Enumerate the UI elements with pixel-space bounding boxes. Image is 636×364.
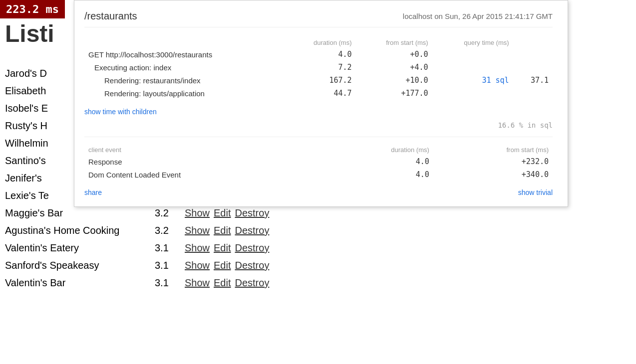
row-label: Rendering: layouts/application xyxy=(84,87,286,100)
client-col-event: client event xyxy=(84,145,323,155)
action-link-edit[interactable]: Edit xyxy=(214,277,231,288)
list-item: Agustina's Home Cooking3.2ShowEditDestro… xyxy=(5,222,273,239)
show-time-link[interactable]: show time with children xyxy=(84,108,157,116)
server-table-header-row: duration (ms) from start (ms) query time… xyxy=(84,37,553,48)
row-query-time xyxy=(513,48,553,61)
server-table-row: Executing action: index7.2+4.0 xyxy=(84,61,553,74)
list-item: Valentin's Bar3.1ShowEditDestroy xyxy=(5,274,273,292)
row-label: Rendering: restaurants/index xyxy=(84,74,286,87)
col-header-duration: duration (ms) xyxy=(286,37,356,48)
panel-footer: share show trivial xyxy=(84,188,553,196)
client-table-header-row: client event duration (ms) from start (m… xyxy=(84,145,553,155)
sql-count-link[interactable]: 31 sql xyxy=(482,76,509,85)
restaurant-rating: 3.1 xyxy=(155,277,175,289)
show-trivial-link[interactable]: show trivial xyxy=(518,188,553,196)
action-link-show[interactable]: Show xyxy=(185,260,210,271)
action-link-edit[interactable]: Edit xyxy=(214,225,231,236)
restaurant-name: Valentin's Bar xyxy=(5,277,145,289)
restaurant-rating: 3.1 xyxy=(155,260,175,271)
page-title: Listi xyxy=(5,20,54,47)
panel-header: /restaurants localhost on Sun, 26 Apr 20… xyxy=(84,10,553,27)
action-link-destroy[interactable]: Destroy xyxy=(235,242,270,253)
restaurant-actions: ShowEditDestroy xyxy=(185,207,273,219)
col-header-sql xyxy=(513,37,553,48)
row-query-time xyxy=(513,61,553,74)
row-duration: 7.2 xyxy=(286,61,356,74)
row-duration: 4.0 xyxy=(286,48,356,61)
restaurant-actions: ShowEditDestroy xyxy=(185,277,273,289)
restaurant-rating: 3.2 xyxy=(155,207,175,219)
client-event-label: Dom Content Loaded Event xyxy=(84,168,323,181)
row-from-start: +4.0 xyxy=(356,61,432,74)
row-sql-count[interactable]: 31 sql xyxy=(432,74,513,87)
restaurant-name: Valentin's Eatery xyxy=(5,242,145,254)
server-timing-table: duration (ms) from start (ms) query time… xyxy=(84,37,553,100)
action-link-show[interactable]: Show xyxy=(185,225,210,236)
list-item: Sanford's Speakeasy3.1ShowEditDestroy xyxy=(5,257,273,274)
server-table-row: Rendering: restaurants/index167.2+10.031… xyxy=(84,74,553,87)
restaurant-name: Agustina's Home Cooking xyxy=(5,225,145,236)
sql-pct-row: 16.6 % in sql xyxy=(84,121,553,129)
row-from-start: +177.0 xyxy=(356,87,432,100)
server-table-row: GET http://localhost:3000/restaurants4.0… xyxy=(84,48,553,61)
client-timing-table: client event duration (ms) from start (m… xyxy=(84,145,553,181)
server-table-row: Rendering: layouts/application44.7+177.0 xyxy=(84,87,553,100)
timing-badge: 223.2 ms xyxy=(0,0,65,18)
server-info: localhost on Sun, 26 Apr 2015 21:41:17 G… xyxy=(403,12,553,20)
profiler-panel: /restaurants localhost on Sun, 26 Apr 20… xyxy=(74,0,568,207)
action-link-destroy[interactable]: Destroy xyxy=(235,225,270,236)
restaurant-actions: ShowEditDestroy xyxy=(185,242,273,254)
action-link-show[interactable]: Show xyxy=(185,242,210,253)
restaurant-name: Maggie's Bar xyxy=(5,207,145,219)
row-from-start: +10.0 xyxy=(356,74,432,87)
row-query-time: 37.1 xyxy=(513,74,553,87)
client-event-label: Response xyxy=(84,155,323,168)
restaurant-rating: 3.1 xyxy=(155,242,175,254)
action-link-edit[interactable]: Edit xyxy=(214,242,231,253)
client-from-start: +340.0 xyxy=(433,168,553,181)
client-col-from-start: from start (ms) xyxy=(433,145,553,155)
col-header-query-time: query time (ms) xyxy=(432,37,513,48)
restaurant-actions: ShowEditDestroy xyxy=(185,225,273,236)
row-query-time xyxy=(513,87,553,100)
action-link-show[interactable]: Show xyxy=(185,277,210,288)
row-sql-count xyxy=(432,61,513,74)
row-from-start: +0.0 xyxy=(356,48,432,61)
restaurant-actions: ShowEditDestroy xyxy=(185,260,273,271)
row-duration: 167.2 xyxy=(286,74,356,87)
sql-pct-value: 16.6 xyxy=(498,121,515,129)
col-header-label xyxy=(84,37,286,48)
restaurant-rating: 3.2 xyxy=(155,225,175,236)
timing-value: 223.2 ms xyxy=(6,3,59,15)
action-link-destroy[interactable]: Destroy xyxy=(235,277,270,288)
row-label: GET http://localhost:3000/restaurants xyxy=(84,48,286,61)
row-label: Executing action: index xyxy=(84,61,286,74)
page-title-text: Listi xyxy=(5,20,54,47)
col-header-from-start: from start (ms) xyxy=(356,37,432,48)
sql-pct-label: % in sql xyxy=(519,121,553,129)
action-link-destroy[interactable]: Destroy xyxy=(235,260,270,271)
row-sql-count xyxy=(432,87,513,100)
list-item: Maggie's Bar3.2ShowEditDestroy xyxy=(5,204,273,222)
share-link[interactable]: share xyxy=(84,188,102,196)
panel-title: /restaurants xyxy=(84,10,137,22)
action-link-destroy[interactable]: Destroy xyxy=(235,207,270,218)
action-link-show[interactable]: Show xyxy=(185,207,210,218)
client-from-start: +232.0 xyxy=(433,155,553,168)
row-sql-count xyxy=(432,48,513,61)
row-duration: 44.7 xyxy=(286,87,356,100)
action-link-edit[interactable]: Edit xyxy=(214,260,231,271)
client-table-row: Dom Content Loaded Event4.0+340.0 xyxy=(84,168,553,181)
restaurant-name: Sanford's Speakeasy xyxy=(5,260,145,271)
client-table-row: Response4.0+232.0 xyxy=(84,155,553,168)
list-item: Valentin's Eatery3.1ShowEditDestroy xyxy=(5,239,273,257)
client-duration: 4.0 xyxy=(323,155,433,168)
client-duration: 4.0 xyxy=(323,168,433,181)
divider xyxy=(84,137,553,137)
client-col-duration: duration (ms) xyxy=(323,145,433,155)
action-link-edit[interactable]: Edit xyxy=(214,207,231,218)
